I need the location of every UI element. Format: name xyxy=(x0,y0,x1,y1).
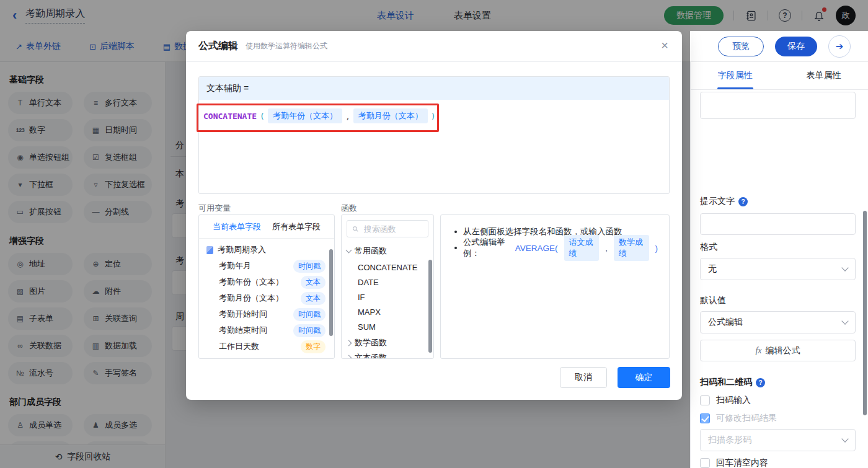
function-search-box[interactable] xyxy=(347,220,428,237)
variables-scrollbar[interactable] xyxy=(329,249,333,336)
chevron-down-icon xyxy=(841,317,848,324)
functions-scrollbar[interactable] xyxy=(428,260,432,353)
default-value-select[interactable]: 公式编辑 xyxy=(700,311,856,333)
format-label: 格式 xyxy=(700,242,856,253)
formula-editor-box[interactable]: 文本辅助 = xyxy=(198,76,670,194)
function-group-common[interactable]: 常用函数 xyxy=(342,244,433,258)
tips-panel: 从左侧面板选择字段名和函数，或输入函数 公式编辑举例：AVERAGE( 语文成绩… xyxy=(440,214,670,359)
modal-overlay-top xyxy=(0,0,868,31)
tip-line-2: 公式编辑举例：AVERAGE( 语文成绩 , 数学成绩 ) xyxy=(452,240,658,256)
edit-formula-button[interactable]: fx 编辑公式 xyxy=(700,340,856,361)
save-button[interactable]: 保存 xyxy=(775,37,817,56)
functions-label: 函数 xyxy=(341,203,357,214)
type-badge: 数字 xyxy=(301,340,326,353)
open-paren-token: ( xyxy=(260,112,265,121)
type-badge: 文本 xyxy=(301,292,326,305)
app-root: ‹ 考勤周期录入 表单设计 表单设置 数据管理 ? xyxy=(0,0,868,468)
description-input[interactable] xyxy=(700,92,856,119)
formula-expression[interactable]: CONCATENATE( 考勤年份（文本） , 考勤月份（文本） ) xyxy=(203,108,436,124)
fx-icon: fx xyxy=(755,346,761,356)
variable-item[interactable]: 考勤开始时间时间戳 xyxy=(199,307,334,322)
checkbox-enter-clear[interactable]: 回车清空内容 xyxy=(700,457,768,468)
close-paren-token: ) xyxy=(655,244,658,253)
tab-form-properties[interactable]: 表单属性 xyxy=(779,62,868,89)
properties-scrollbar[interactable] xyxy=(863,211,867,415)
formula-target-label: 文本辅助 = xyxy=(199,77,669,100)
cancel-button[interactable]: 取消 xyxy=(560,367,607,388)
comma-token: , xyxy=(345,112,350,121)
function-item[interactable]: MAPX xyxy=(342,304,433,319)
chevron-right-icon xyxy=(346,340,352,346)
function-item[interactable]: CONCATENATE xyxy=(342,260,433,275)
form-doc-icon xyxy=(206,246,213,254)
formula-editor-modal: 公式编辑 使用数学运算符编辑公式 × 文本辅助 = CONCATENATE( 考… xyxy=(186,31,682,400)
type-badge: 文本 xyxy=(301,276,326,289)
confirm-button[interactable]: 确定 xyxy=(618,367,670,388)
properties-panel: 字段属性 表单属性 提示文字 ? 格式 无 默认值 公式编辑 fx 编辑公式 扫… xyxy=(690,62,868,468)
field-token-month[interactable]: 考勤月份（文本） xyxy=(353,108,428,123)
example-field-token: 数学成绩 xyxy=(614,235,649,261)
chevron-down-icon xyxy=(841,435,848,442)
preview-button[interactable]: 预览 xyxy=(718,37,764,56)
barcode-select[interactable]: 扫描条形码 xyxy=(700,429,856,451)
variables-label: 可用变量 xyxy=(198,203,231,214)
tab-field-properties[interactable]: 字段属性 xyxy=(691,62,779,89)
bullet-icon xyxy=(454,231,457,233)
checkbox-unchecked[interactable] xyxy=(700,395,710,405)
chevron-down-icon xyxy=(841,264,848,271)
function-search-input[interactable] xyxy=(363,224,423,234)
properties-tabs: 字段属性 表单属性 xyxy=(691,62,868,90)
search-icon xyxy=(352,225,359,233)
function-group-math[interactable]: 数学函数 xyxy=(342,335,433,350)
variable-item[interactable]: 工作日天数数字 xyxy=(199,339,334,354)
comma-token: , xyxy=(605,244,608,253)
scan-section-heading: 扫码和二维码 ? xyxy=(700,377,856,388)
function-item[interactable]: SUM xyxy=(342,319,433,334)
function-item[interactable]: IF xyxy=(342,289,433,304)
share-button[interactable]: ➔ xyxy=(828,35,851,58)
function-item[interactable]: DATE xyxy=(342,275,433,289)
modal-header: 公式编辑 使用数学运算符编辑公式 × xyxy=(186,31,682,62)
toolbar-right: 预览 保存 ➔ xyxy=(718,31,851,62)
function-group-text[interactable]: 文本函数 xyxy=(342,350,433,359)
hint-help-icon[interactable]: ? xyxy=(738,197,748,206)
variable-item[interactable]: 考勤年月时间戳 xyxy=(199,258,334,273)
hint-text-label: 提示文字 ? xyxy=(700,196,856,207)
example-function-token: AVERAGE( xyxy=(515,244,558,253)
modal-subtitle: 使用数学运算符编辑公式 xyxy=(246,41,327,51)
tab-current-form-fields[interactable]: 当前表单字段 xyxy=(213,221,261,232)
field-token-year[interactable]: 考勤年份（文本） xyxy=(268,108,342,123)
variable-item[interactable]: 考勤月份（文本）文本 xyxy=(199,291,334,306)
modal-title: 公式编辑 xyxy=(198,40,238,53)
checkbox-modify-scan-result[interactable]: 可修改扫码结果 xyxy=(700,413,777,424)
chevron-down-icon xyxy=(346,247,352,254)
hint-text-input[interactable] xyxy=(700,213,856,235)
type-badge: 时间戳 xyxy=(293,324,326,337)
functions-panel: 常用函数 CONCATENATE DATE IF MAPX SUM 数学函数 文… xyxy=(341,214,434,359)
variables-tabs: 当前表单字段 所有表单字段 xyxy=(199,215,334,239)
variable-item[interactable]: 考勤年份（文本）文本 xyxy=(199,275,334,289)
checkbox-scan-input[interactable]: 扫码输入 xyxy=(700,395,751,406)
bullet-icon xyxy=(454,247,457,249)
tab-all-form-fields[interactable]: 所有表单字段 xyxy=(272,221,321,232)
type-badge: 时间戳 xyxy=(293,308,326,321)
function-name-token[interactable]: CONCATENATE xyxy=(203,112,257,121)
chevron-right-icon xyxy=(346,355,352,359)
example-field-token: 语文成绩 xyxy=(564,235,600,261)
variable-item[interactable]: 考勤结束时间时间戳 xyxy=(199,323,334,338)
scan-help-icon[interactable]: ? xyxy=(756,378,765,387)
default-value-label: 默认值 xyxy=(700,295,856,306)
variables-tree-root[interactable]: 考勤周期录入 xyxy=(199,242,334,257)
close-paren-token: ) xyxy=(431,112,436,121)
checkbox-checked[interactable] xyxy=(700,413,710,423)
close-icon[interactable]: × xyxy=(661,39,668,51)
checkbox-unchecked[interactable] xyxy=(700,458,710,468)
type-badge: 时间戳 xyxy=(293,260,326,273)
variables-panel: 当前表单字段 所有表单字段 考勤周期录入 考勤年月时间戳 考勤年份（文本）文本 … xyxy=(198,214,335,359)
format-select[interactable]: 无 xyxy=(700,258,856,280)
